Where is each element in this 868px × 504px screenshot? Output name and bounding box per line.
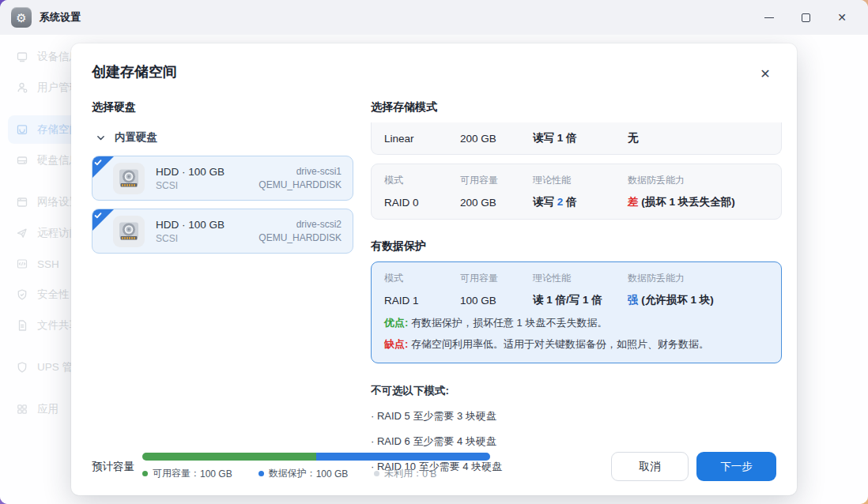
mode-card-raid0[interactable]: 模式 可用容量 理论性能 数据防丢能力 RAID 0 200 GB 读写 2 倍…	[371, 164, 782, 220]
disk-bus: SCSI	[156, 233, 225, 244]
disk-card-scsi1[interactable]: HDD · 100 GB SCSI drive-scsi1 QEMU_HARDD…	[92, 156, 353, 201]
gray-dot-icon	[374, 471, 379, 476]
header-protection: 数据防丢能力	[628, 172, 768, 194]
close-button[interactable]: ✕	[827, 6, 857, 29]
estimated-capacity-label: 预计容量	[92, 460, 136, 474]
mode-performance: 读 1 倍/写 1 倍	[533, 291, 628, 309]
modal-footer: 预计容量 可用容量：100 GB 数据保护：100 GB 未利用：0 B 取消 …	[92, 452, 776, 481]
mode-name: Linear	[384, 131, 460, 146]
capacity-bar: 可用容量：100 GB 数据保护：100 GB 未利用：0 B	[142, 453, 490, 480]
disk-title: HDD · 100 GB	[156, 166, 225, 178]
raid1-pros: 优点: 有数据保护，损坏任意 1 块盘不丢失数据。	[384, 316, 768, 330]
header-capacity: 可用容量	[460, 172, 533, 194]
header-performance: 理论性能	[533, 270, 628, 291]
unavailable-modes-title: 不可选以下模式:	[371, 384, 782, 398]
mode-card-raid1[interactable]: 模式 可用容量 理论性能 数据防丢能力 RAID 1 100 GB 读 1 倍/…	[371, 261, 782, 363]
disk-title: HDD · 100 GB	[156, 219, 225, 231]
mode-capacity: 200 GB	[460, 195, 533, 210]
mode-protection: 差 (损坏 1 块丢失全部)	[628, 194, 768, 211]
raid1-cons: 缺点: 存储空间利用率低。适用于对关键数据备份，如照片、财务数据。	[384, 337, 768, 352]
header-capacity: 可用容量	[460, 270, 533, 291]
header-protection: 数据防丢能力	[628, 270, 768, 291]
mode-name: RAID 0	[384, 195, 460, 210]
header-performance: 理论性能	[533, 172, 628, 194]
hdd-icon	[113, 216, 145, 247]
disk-drive-id: drive-scsi1	[296, 166, 342, 177]
settings-app-icon: ⚙	[11, 7, 32, 28]
selected-check-badge	[92, 209, 114, 231]
close-icon: ✕	[760, 67, 770, 81]
disk-section-title: 选择硬盘	[92, 100, 353, 115]
app-window: ⚙ 系统设置 ✕ 设备信息 用户管理 存储空间 硬盘信息 网络设置	[0, 0, 868, 504]
header-mode: 模式	[384, 172, 460, 194]
green-dot-icon	[142, 471, 148, 476]
modal-title: 创建存储空间	[92, 62, 776, 81]
capacity-segment-protection	[316, 453, 490, 461]
mode-protection: 无	[628, 130, 768, 147]
mode-protection: 强 (允许损坏 1 块)	[628, 291, 768, 309]
unavailable-mode-raid6: · RAID 6 至少需要 4 块硬盘	[371, 434, 782, 449]
header-mode: 模式	[384, 270, 460, 291]
modal-close-button[interactable]: ✕	[754, 62, 776, 85]
disk-card-scsi2[interactable]: HDD · 100 GB SCSI drive-scsi2 QEMU_HARDD…	[92, 209, 353, 254]
app-title: 系统设置	[40, 10, 81, 24]
disk-drive-id: drive-scsi2	[296, 219, 342, 230]
check-icon	[94, 212, 102, 220]
mode-name: RAID 1	[384, 293, 460, 308]
blue-dot-icon	[259, 471, 264, 476]
mode-performance: 读写 1 倍	[533, 130, 628, 147]
close-icon: ✕	[837, 11, 847, 24]
legend-protection: 数据保护：100 GB	[259, 467, 375, 480]
mode-card-linear[interactable]: Linear 200 GB 读写 1 倍 无	[371, 122, 782, 155]
internal-disk-group-label: 内置硬盘	[115, 130, 157, 145]
capacity-legend: 可用容量：100 GB 数据保护：100 GB 未利用：0 B	[142, 467, 490, 480]
mode-performance: 读写 2 倍	[533, 194, 628, 211]
mode-selection-panel: 选择存储模式 Linear 200 GB 读写 1 倍 无 模式 可用容量 理论…	[371, 100, 782, 474]
chevron-down-icon	[96, 134, 105, 142]
mode-section-title: 选择存储模式	[371, 100, 782, 115]
maximize-button[interactable]	[791, 6, 821, 29]
protected-section-title: 有数据保护	[371, 239, 782, 254]
minimize-button[interactable]	[754, 6, 784, 29]
window-controls: ✕	[754, 6, 857, 29]
check-icon	[94, 159, 102, 167]
create-storage-modal: 创建存储空间 ✕ 选择硬盘 内置硬盘 HDD · 100 GB SCSI	[71, 43, 797, 495]
disk-selection-panel: 选择硬盘 内置硬盘 HDD · 100 GB SCSI drive-sc	[92, 100, 353, 474]
titlebar: ⚙ 系统设置 ✕	[0, 0, 868, 35]
cancel-button[interactable]: 取消	[611, 452, 689, 481]
hdd-icon	[113, 163, 145, 194]
capacity-segment-usable	[142, 453, 316, 461]
disk-model: QEMU_HARDDISK	[259, 179, 342, 190]
maximize-icon	[802, 13, 810, 22]
next-step-button[interactable]: 下一步	[696, 452, 776, 481]
mode-capacity: 100 GB	[460, 293, 533, 308]
legend-unused: 未利用：0 B	[374, 467, 490, 480]
legend-usable: 可用容量：100 GB	[142, 467, 259, 480]
disk-model: QEMU_HARDDISK	[259, 232, 342, 243]
minimize-icon	[764, 17, 774, 18]
disk-bus: SCSI	[156, 180, 225, 191]
selected-check-badge	[92, 156, 114, 178]
unavailable-mode-raid5: · RAID 5 至少需要 3 块硬盘	[371, 409, 782, 423]
mode-capacity: 200 GB	[460, 131, 533, 146]
internal-disk-group-toggle[interactable]: 内置硬盘	[96, 130, 353, 145]
